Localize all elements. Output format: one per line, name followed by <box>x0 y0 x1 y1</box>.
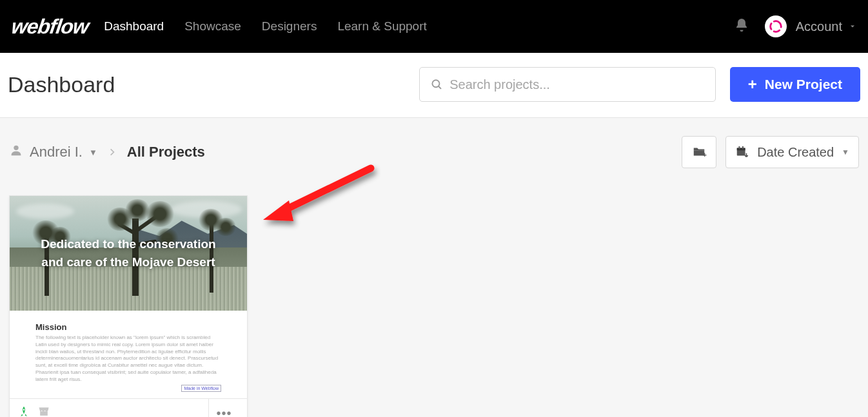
card-options-button[interactable]: ••• <box>208 399 239 417</box>
mission-heading: Mission <box>35 322 221 332</box>
top-nav: webflow Dashboard Showcase Designers Lea… <box>0 0 868 53</box>
content-area: Andrei I. ▼ All Projects + Date Created … <box>0 118 868 417</box>
webflow-badge: Made in Webflow <box>181 385 221 392</box>
chevron-right-icon <box>108 144 117 160</box>
page-title: Dashboard <box>8 72 115 97</box>
account-menu[interactable]: Account <box>796 19 856 34</box>
user-icon <box>9 143 23 161</box>
new-folder-button[interactable]: + <box>682 136 716 168</box>
svg-marker-10 <box>263 200 293 221</box>
account-label: Account <box>796 19 842 34</box>
sort-button[interactable]: Date Created ▼ <box>725 136 859 168</box>
caret-down-icon[interactable]: ▼ <box>89 148 97 157</box>
nav-dashboard[interactable]: Dashboard <box>104 19 164 34</box>
search-input-wrap[interactable] <box>419 67 716 102</box>
nav-designers[interactable]: Designers <box>262 19 317 34</box>
breadcrumb-user[interactable]: Andrei I. <box>30 144 83 160</box>
plus-icon: + <box>748 75 757 93</box>
svg-point-1 <box>432 80 439 87</box>
svg-rect-7 <box>739 146 740 150</box>
svg-rect-8 <box>742 146 744 150</box>
thumbnail-body: Mission The following text is placeholde… <box>10 311 247 398</box>
dots-icon: ••• <box>216 406 232 417</box>
nav-links: Dashboard Showcase Designers Learn & Sup… <box>104 19 427 34</box>
svg-point-3 <box>14 146 18 150</box>
rocket-icon[interactable] <box>17 405 30 417</box>
svg-line-2 <box>439 86 441 89</box>
folder-plus-icon: + <box>691 145 707 159</box>
card-footer: ••• <box>10 398 247 417</box>
svg-rect-6 <box>737 148 745 151</box>
new-project-label: New Project <box>765 77 842 92</box>
nav-showcase[interactable]: Showcase <box>184 19 241 34</box>
chevron-down-icon <box>849 23 856 30</box>
nav-learn-support[interactable]: Learn & Support <box>337 19 426 34</box>
breadcrumb-current: All Projects <box>127 144 205 160</box>
svg-text:+: + <box>703 151 707 159</box>
sort-label: Date Created <box>757 145 834 160</box>
project-thumbnail: Dedicated to the conservation and care o… <box>10 196 247 311</box>
caret-down-icon: ▼ <box>842 148 849 157</box>
svg-point-11 <box>23 409 25 411</box>
avatar[interactable] <box>765 15 787 37</box>
notifications-icon[interactable] <box>734 17 749 35</box>
search-input[interactable] <box>449 77 705 92</box>
store-icon[interactable] <box>37 405 51 417</box>
svg-line-9 <box>281 168 371 212</box>
thumbnail-hero-text: Dedicated to the conservation and care o… <box>10 235 247 272</box>
calendar-sort-icon <box>735 145 749 159</box>
search-icon <box>430 77 443 92</box>
new-project-button[interactable]: + New Project <box>730 67 860 102</box>
logo[interactable]: webflow <box>10 15 90 39</box>
project-grid: Dedicated to the conservation and care o… <box>9 195 859 417</box>
svg-rect-12 <box>40 411 48 416</box>
project-card-wrapper: Dedicated to the conservation and care o… <box>9 195 248 417</box>
project-card[interactable]: Dedicated to the conservation and care o… <box>9 195 248 417</box>
mission-body: The following text is placeholder known … <box>35 335 221 383</box>
page-header: Dashboard + New Project <box>0 53 868 118</box>
breadcrumb: Andrei I. ▼ All Projects <box>9 143 205 161</box>
